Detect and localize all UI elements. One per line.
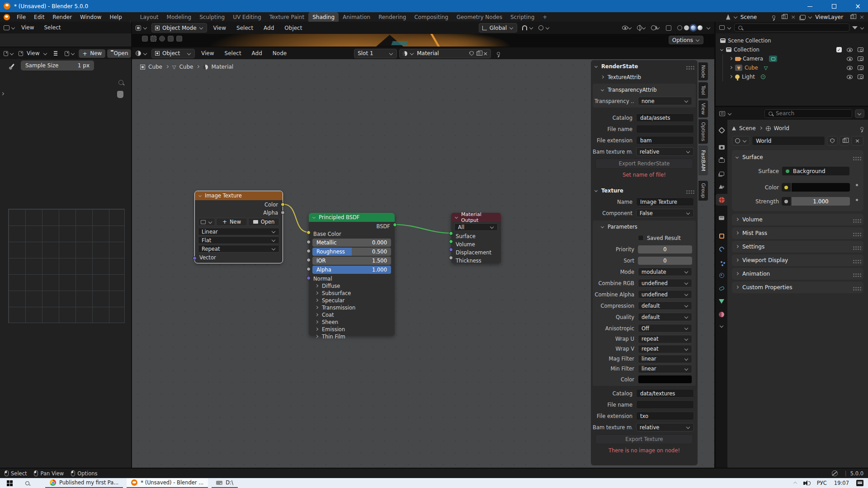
textureattrib-subpanel[interactable]: TextureAttrib	[591, 72, 698, 83]
section-subsurface[interactable]: Subsurface	[309, 290, 395, 297]
volume-icon[interactable]	[803, 480, 811, 486]
eyedropper-tool-icon[interactable]	[7, 62, 16, 71]
zoom-in-gizmo[interactable]	[116, 77, 126, 87]
workspace-tab-texture-paint[interactable]: Texture Paint	[265, 14, 308, 20]
transform-orientation-dropdown[interactable]: Global	[479, 23, 517, 33]
export-texture-button[interactable]: Export Texture	[595, 434, 693, 444]
material-name-field[interactable]: Material	[417, 50, 467, 56]
material-output-node[interactable]: Material Output All Surface Volume Displ…	[451, 213, 501, 263]
world-color-swatch[interactable]	[792, 183, 850, 192]
taskbar-search-button[interactable]	[19, 478, 35, 488]
mode-dropdown[interactable]: modulate	[638, 267, 692, 276]
tab-data[interactable]	[716, 296, 727, 307]
browse-world-dropdown[interactable]	[732, 136, 750, 145]
scene-pin-icon[interactable]	[772, 15, 775, 19]
wrap-v-dropdown[interactable]: repeat	[638, 345, 692, 353]
proportional-editing-icon[interactable]	[538, 25, 543, 30]
ior-slider[interactable]: IOR1.500	[312, 257, 391, 265]
tabs-scroll-chevron[interactable]	[720, 324, 724, 328]
texture-panel-header[interactable]: Texture	[591, 185, 698, 196]
unlink-world-button[interactable]: ×	[851, 136, 863, 145]
priority-slider[interactable]: 0	[638, 245, 692, 253]
workspace-tab-animation[interactable]: Animation	[339, 14, 374, 20]
outliner-row-light[interactable]: Light	[722, 72, 863, 81]
alpha-slider[interactable]: Alpha1.000	[312, 266, 391, 274]
rs-catalog-field[interactable]: data/assets	[636, 113, 694, 122]
tab-view-layer[interactable]	[716, 168, 727, 179]
breadcrumb-world[interactable]: World	[774, 125, 789, 131]
tex-catalog-field[interactable]: data/textures	[636, 389, 694, 398]
tab-scene[interactable]	[716, 181, 727, 192]
animate-color-dot[interactable]	[856, 184, 858, 186]
panel-mist-pass[interactable]: Mist Pass	[732, 227, 863, 239]
tab-world-active[interactable]	[716, 194, 727, 206]
menu-file[interactable]: File	[13, 14, 30, 20]
roughness-slider[interactable]: Roughness0.500	[312, 248, 391, 256]
workspace-tab-modeling[interactable]: Modeling	[163, 14, 196, 20]
tab-render[interactable]	[716, 141, 727, 153]
collection-checkbox[interactable]: ✓	[836, 47, 842, 52]
properties-search-input[interactable]: Search	[764, 109, 852, 118]
panel-volume[interactable]: Volume	[732, 214, 863, 225]
shader-menu-add[interactable]: Add	[248, 50, 266, 56]
hide-viewport-icon[interactable]	[847, 75, 853, 79]
section-coat[interactable]: Coat	[309, 311, 395, 319]
tab-collection[interactable]	[716, 212, 727, 224]
tex-fileext-field[interactable]: txo	[636, 412, 694, 420]
panel-animation[interactable]: Animation	[732, 268, 863, 280]
outliner-row-cube-active[interactable]: ▼ Cube ▽	[722, 63, 863, 72]
overlays-icon[interactable]	[651, 25, 660, 30]
tab-fastbam-active[interactable]: FastBAM	[698, 145, 708, 175]
tab-view[interactable]: View	[698, 100, 708, 117]
extension-dropdown[interactable]: Repeat	[198, 245, 279, 253]
fake-user-button[interactable]	[827, 136, 838, 145]
editor-type-icon[interactable]	[719, 111, 725, 116]
tab-options[interactable]: Options	[698, 119, 708, 144]
workspace-tab-compositing[interactable]: Compositing	[410, 14, 452, 20]
tab-tool[interactable]	[716, 124, 727, 136]
transparencyattrib-subpanel[interactable]: TransparencyAttrib	[593, 84, 696, 95]
color-swatch[interactable]	[638, 375, 692, 384]
fake-user-shield-icon[interactable]	[469, 51, 474, 56]
compression-dropdown[interactable]: default	[638, 301, 692, 310]
filter-icon[interactable]	[852, 26, 858, 29]
node-open-image-button[interactable]: Open	[248, 218, 279, 226]
drag-handle-icon[interactable]	[853, 157, 854, 158]
rs-bam-mode-dropdown[interactable]: relative	[636, 147, 694, 156]
image-browse-icon[interactable]	[65, 51, 69, 56]
editor-type-icon[interactable]	[136, 25, 141, 31]
combine-rgb-dropdown[interactable]: undefined	[638, 279, 692, 287]
world-name-field[interactable]: World	[752, 136, 825, 145]
disable-render-icon[interactable]	[858, 66, 863, 70]
workspace-tab-uv-editing[interactable]: UV Editing	[229, 14, 265, 20]
normal-input-socket[interactable]	[307, 276, 311, 280]
viewport-scene-strip[interactable]	[132, 34, 714, 47]
material-output-node-header[interactable]: Material Output	[451, 213, 501, 222]
drag-handle-icon[interactable]	[686, 190, 688, 192]
alpha-output-socket[interactable]	[281, 211, 285, 215]
pan-hand-gizmo[interactable]	[117, 91, 123, 98]
tex-name-field[interactable]: Image Texture	[636, 197, 694, 206]
disable-render-icon[interactable]	[858, 56, 863, 61]
menu-help[interactable]: Help	[105, 14, 126, 20]
mode-dropdown[interactable]: Object Mode	[151, 23, 207, 33]
color-output-socket[interactable]	[281, 202, 285, 206]
quality-dropdown[interactable]: default	[638, 313, 692, 321]
thickness-input-socket[interactable]	[449, 256, 453, 260]
section-emission[interactable]: Emission	[309, 326, 395, 333]
viewport-menu-select[interactable]: Select	[232, 25, 257, 31]
viewlayer-copy-icon[interactable]	[850, 15, 854, 19]
node-new-image-button[interactable]: +New	[216, 218, 247, 226]
breadcrumb-mesh[interactable]: Cube	[179, 64, 193, 70]
workspace-tab-layout[interactable]: Layout	[136, 14, 163, 20]
vector-input-socket[interactable]	[193, 256, 197, 260]
strength-slider[interactable]: 1.000	[792, 197, 850, 206]
taskbar-app-chrome[interactable]: Published my first Pa...	[45, 478, 123, 488]
shading-solid-icon[interactable]	[684, 25, 689, 30]
gizmos-icon[interactable]	[637, 25, 646, 30]
surface-shader-button[interactable]: Background	[782, 166, 850, 176]
drag-handle-icon[interactable]	[686, 66, 688, 67]
snap-magnet-icon[interactable]	[522, 25, 527, 30]
cursor-tool-icon[interactable]	[159, 36, 165, 42]
hide-viewport-icon[interactable]	[847, 57, 853, 61]
